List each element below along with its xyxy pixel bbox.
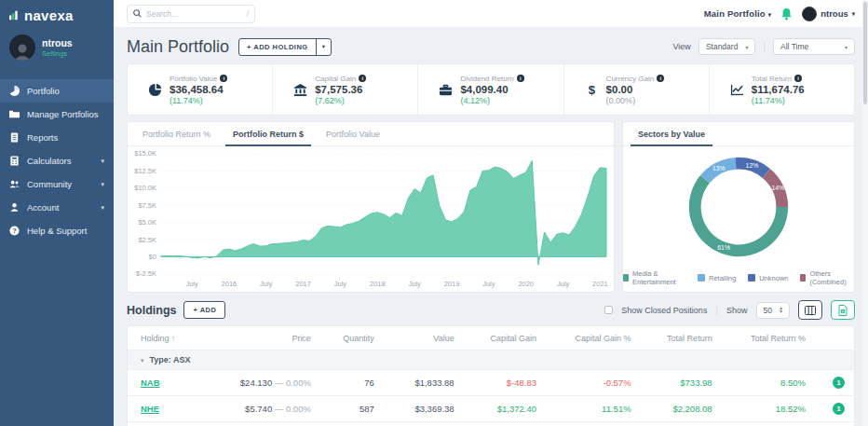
info-icon[interactable]: i	[794, 75, 802, 82]
col-capital-gain-pct[interactable]: Capital Gain %	[546, 326, 641, 350]
columns-icon	[805, 306, 816, 315]
holdings-header: Holdings + ADD Show Closed Positions | S…	[127, 300, 855, 320]
legend-item[interactable]: Unknown	[748, 269, 788, 286]
info-icon[interactable]: i	[657, 75, 664, 82]
holdings-count-badge[interactable]: 1	[833, 377, 845, 389]
add-holding-dropdown-toggle[interactable]: ▾	[316, 39, 331, 55]
add-holding-label: + ADD HOLDING	[239, 39, 316, 55]
legend-label: Unknown	[759, 274, 788, 282]
settings-link[interactable]: Settings	[42, 49, 73, 58]
page-size-select[interactable]: 50 ▴▾	[756, 302, 790, 319]
scrollbar-thumb[interactable]	[863, 2, 867, 104]
user-avatar[interactable]	[9, 34, 35, 61]
sidebar-item-label: Help & Support	[27, 226, 87, 236]
collapse-caret-icon[interactable]: ▾	[141, 357, 144, 364]
tab-portfolio-return-dollar[interactable]: Portfolio Return $	[222, 122, 315, 145]
search-shortcut-hint: /	[247, 9, 249, 19]
topbar-avatar	[802, 7, 817, 21]
holdings-count-badge[interactable]: 1	[833, 403, 845, 415]
col-total-return-pct[interactable]: Total Return %	[722, 326, 815, 350]
user-menu[interactable]: ntrous ▾	[802, 7, 855, 21]
pie-chart-icon	[9, 86, 20, 96]
portfolio-selector[interactable]: Main Portfolio ▾	[704, 8, 771, 19]
chevron-down-icon: ▾	[101, 181, 104, 188]
legend-item[interactable]: Media & Entertainment	[623, 269, 685, 286]
chevron-down-icon: ▾	[101, 158, 104, 165]
portfolio-return-area-chart[interactable]: $15.0K$12.5K$10.0K$7.5K$5.0K$2.5K$0$-2.5…	[128, 146, 614, 291]
sidebar-item-account[interactable]: Account ▾	[0, 196, 114, 219]
stat-label: Dividend Return	[460, 75, 513, 83]
ticker-link[interactable]: NAB	[141, 378, 160, 388]
svg-text:$0: $0	[149, 253, 156, 261]
line-chart-icon	[730, 83, 744, 97]
legend-item[interactable]: Others (Combined)	[800, 269, 854, 286]
add-holding-button[interactable]: + ADD HOLDING ▾	[238, 38, 332, 56]
sidebar-item-manage-portfolios[interactable]: Manage Portfolios	[0, 103, 114, 126]
tab-sectors-by-value[interactable]: Sectors by Value	[627, 122, 716, 145]
svg-text:2017: 2017	[295, 280, 311, 288]
col-holding[interactable]: Holding ↑	[128, 326, 200, 350]
show-closed-label: Show Closed Positions	[621, 306, 707, 315]
view-select[interactable]: Standard ▾	[698, 38, 756, 55]
stats-bar: Portfolio Valuei $36,458.64 (11.74%) Cap…	[127, 63, 855, 116]
tab-portfolio-return-pct[interactable]: Portfolio Return %	[131, 122, 222, 145]
chevron-down-icon: ▾	[852, 10, 855, 18]
stat-label: Total Return	[752, 75, 792, 83]
table-row[interactable]: REA $144.350 — 0.00% 153 $22,085.55 $13,…	[128, 422, 854, 426]
col-total-return[interactable]: Total Return	[641, 326, 722, 350]
sidebar-item-community[interactable]: Community ▾	[0, 172, 114, 196]
ticker-link[interactable]: NHE	[141, 404, 159, 414]
stat-label: Currency Gain	[606, 75, 655, 83]
table-row[interactable]: NAB $24.130 — 0.00% 76 $1,833.88 $-48.83…	[128, 370, 854, 396]
search-box[interactable]: /	[127, 5, 255, 23]
chevron-down-icon: ▾	[768, 11, 771, 18]
sidebar-item-label: Account	[27, 202, 59, 213]
legend-item[interactable]: Retailing	[698, 269, 736, 286]
col-value[interactable]: Value	[384, 326, 464, 350]
stat-label: Portfolio Value	[170, 75, 217, 83]
columns-button[interactable]	[798, 300, 822, 320]
stat-value: $7,575.36	[315, 84, 366, 95]
time-range-select[interactable]: All Time ▾	[773, 38, 855, 55]
document-icon	[9, 132, 20, 143]
info-icon[interactable]: i	[220, 75, 227, 82]
col-quantity[interactable]: Quantity	[320, 326, 384, 350]
title-row: Main Portfolio + ADD HOLDING ▾ View Stan…	[127, 32, 855, 62]
legend-swatch	[698, 274, 705, 282]
search-input[interactable]	[146, 9, 242, 19]
sidebar-item-reports[interactable]: Reports	[0, 126, 114, 149]
page-scrollbar[interactable]	[862, 0, 868, 426]
stat-percent: (11.74%)	[752, 96, 805, 105]
sidebar-item-portfolio[interactable]: Portfolio	[0, 79, 114, 103]
briefcase-icon	[439, 83, 453, 97]
total-return-pct-cell: 18.52%	[722, 396, 815, 422]
export-button[interactable]: x	[831, 300, 855, 320]
stat-percent: (7.62%)	[315, 96, 366, 105]
table-row[interactable]: NHE $5.740 — 0.00% 587 $3,369.38 $1,372.…	[128, 396, 854, 422]
notification-bell-icon[interactable]	[780, 7, 793, 21]
group-row-asx[interactable]: ▾Type: ASX	[128, 350, 854, 370]
total-return-cell: $733.98	[641, 370, 722, 396]
people-icon	[9, 179, 20, 189]
brand-logo[interactable]: navexa	[0, 0, 114, 29]
dollar-icon: $	[585, 83, 599, 97]
info-icon[interactable]: i	[359, 75, 366, 82]
svg-text:July: July	[334, 280, 347, 288]
tab-portfolio-value[interactable]: Portfolio Value	[315, 122, 391, 145]
chart-tabs: Portfolio Return % Portfolio Return $ Po…	[128, 122, 614, 146]
content: Main Portfolio + ADD HOLDING ▾ View Stan…	[114, 28, 868, 426]
page-title: Main Portfolio	[127, 37, 229, 57]
sidebar-item-calculators[interactable]: Calculators ▾	[0, 149, 114, 172]
show-closed-checkbox[interactable]	[604, 306, 613, 314]
col-price[interactable]: Price	[200, 326, 320, 350]
sidebar-item-help-support[interactable]: ? Help & Support	[0, 219, 114, 242]
view-label: View	[673, 42, 691, 51]
add-button[interactable]: + ADD	[183, 301, 225, 319]
sectors-donut-chart[interactable]: 61%13%12%14%	[623, 146, 854, 268]
bank-icon	[293, 83, 307, 97]
info-icon[interactable]: i	[517, 75, 524, 82]
svg-text:2018: 2018	[370, 280, 386, 288]
sidebar-item-label: Community	[27, 179, 72, 189]
svg-text:$15.0K: $15.0K	[134, 149, 156, 158]
col-capital-gain[interactable]: Capital Gain	[464, 326, 546, 350]
